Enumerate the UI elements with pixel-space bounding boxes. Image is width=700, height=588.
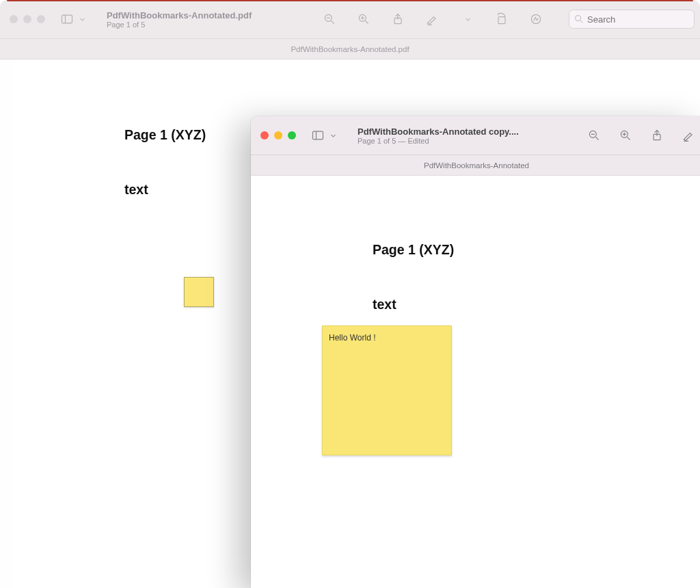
sidebar-toggle[interactable] [311, 129, 340, 142]
tab-bar: PdfWithBookmarks-Annotated.pdf [0, 39, 700, 59]
sidebar-icon [60, 12, 74, 26]
sticky-note-expanded[interactable]: Hello World ! [322, 325, 452, 455]
highlight-icon[interactable] [682, 129, 695, 142]
tab-label[interactable]: PdfWithBookmarks-Annotated [424, 161, 529, 170]
page-indicator: Page 1 of 5 — Edited [358, 137, 549, 145]
share-icon[interactable] [391, 12, 405, 26]
close-button[interactable] [260, 131, 269, 139]
pdf-page[interactable]: Page 1 (XYZ) text Hello World ! [259, 178, 700, 588]
page-heading: Page 1 (XYZ) [124, 127, 206, 143]
markup-icon[interactable] [529, 12, 543, 26]
title-stack: PdfWithBookmarks-Annotated.pdf Page 1 of… [107, 10, 298, 29]
page-text: text [124, 182, 148, 198]
zoom-button[interactable] [37, 15, 45, 23]
close-button[interactable] [10, 15, 18, 23]
svg-line-3 [332, 21, 334, 24]
page-text: text [373, 297, 396, 312]
titlebar: PdfWithBookmarks-Annotated copy.... Page… [251, 116, 700, 155]
search-icon [574, 12, 584, 26]
minimize-button[interactable] [274, 131, 282, 139]
accent-edge [7, 0, 693, 1]
zoom-in-icon[interactable] [357, 12, 371, 26]
toolbar [587, 129, 700, 142]
document-title: PdfWithBookmarks-Annotated.pdf [107, 10, 298, 21]
sidebar-toggle[interactable] [60, 12, 89, 26]
zoom-out-icon[interactable] [587, 129, 601, 142]
svg-rect-0 [62, 15, 72, 23]
minimize-button[interactable] [23, 15, 31, 23]
search-field[interactable] [569, 10, 695, 29]
traffic-lights [10, 15, 45, 23]
title-stack: PdfWithBookmarks-Annotated copy.... Page… [358, 126, 549, 145]
share-icon[interactable] [650, 129, 664, 142]
titlebar: PdfWithBookmarks-Annotated.pdf Page 1 of… [0, 0, 700, 39]
rotate-icon[interactable] [495, 12, 509, 26]
svg-line-6 [366, 21, 368, 24]
svg-rect-16 [313, 131, 323, 139]
preview-window-active: PdfWithBookmarks-Annotated copy.... Page… [251, 116, 700, 588]
document-title: PdfWithBookmarks-Annotated copy.... [358, 126, 542, 137]
zoom-in-icon[interactable] [619, 129, 632, 142]
traffic-lights [260, 131, 296, 139]
search-input[interactable] [587, 14, 700, 25]
page-heading: Page 1 (XYZ) [373, 242, 454, 258]
svg-line-19 [596, 137, 599, 140]
chevron-down-icon[interactable] [461, 12, 474, 26]
page-indicator: Page 1 of 5 [107, 21, 298, 29]
chevron-down-icon [75, 12, 89, 26]
sidebar-icon [311, 129, 325, 142]
chevron-down-icon [326, 129, 340, 142]
sticky-note-text[interactable]: Hello World ! [329, 333, 375, 343]
tab-bar: PdfWithBookmarks-Annotated [251, 155, 700, 176]
svg-rect-12 [498, 17, 505, 24]
svg-line-22 [628, 137, 630, 140]
zoom-out-icon[interactable] [323, 12, 336, 26]
highlight-icon[interactable] [425, 12, 439, 26]
zoom-button[interactable] [288, 131, 296, 139]
tab-label[interactable]: PdfWithBookmarks-Annotated.pdf [291, 45, 409, 53]
toolbar [323, 10, 700, 29]
svg-point-14 [576, 16, 581, 21]
sticky-note[interactable] [184, 277, 214, 307]
svg-line-15 [580, 21, 582, 23]
